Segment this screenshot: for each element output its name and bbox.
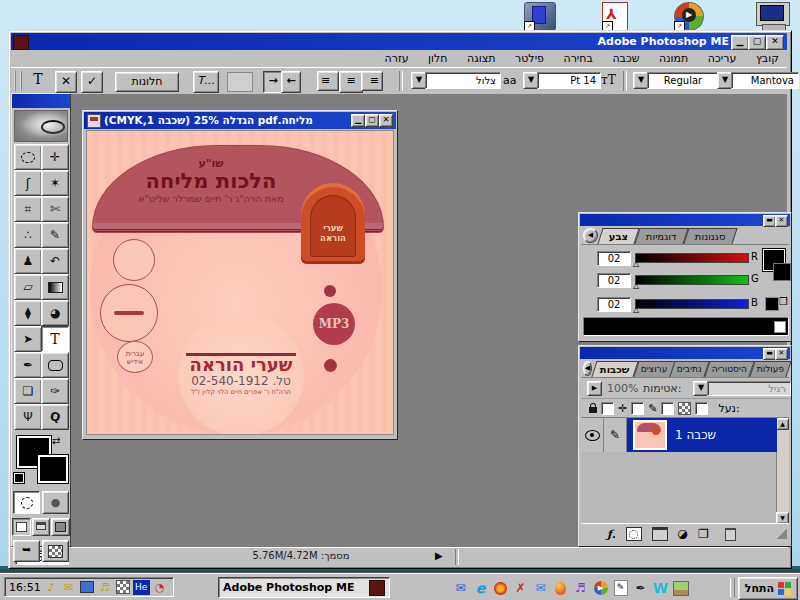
add-mask-button[interactable]: [626, 527, 642, 541]
eraser-tool[interactable]: ▱: [14, 274, 42, 300]
canvas-image[interactable]: שו"ע הלכות מליחה מאת הרה"ג ר' חיים שמרלר…: [87, 131, 393, 434]
eyedropper-tool[interactable]: ✑: [41, 378, 69, 404]
swap-colors-icon[interactable]: ⇄: [52, 435, 60, 446]
warp-text-button[interactable]: T…: [193, 71, 219, 93]
zoom-tool[interactable]: Q: [41, 404, 69, 430]
document-maximize-button[interactable]: ▢: [365, 114, 379, 127]
fullscreen-button[interactable]: [51, 518, 70, 536]
document-titlebar[interactable]: מליחה.pdf הגדלה 25% (שכבה 1,CMYK) ▁ ▢ ✕: [84, 112, 396, 129]
start-button[interactable]: התחל: [738, 577, 798, 600]
notes-tool[interactable]: ❏: [14, 378, 42, 404]
type-tool-active[interactable]: T: [41, 326, 69, 352]
standard-screen-button[interactable]: [12, 518, 31, 536]
color-palette-close[interactable]: ✕: [775, 215, 788, 227]
tab-styles[interactable]: סגנונות: [683, 228, 737, 244]
palettes-button[interactable]: חלונות: [115, 72, 179, 92]
lasso-tool[interactable]: ʃ: [14, 170, 42, 196]
app-titlebar[interactable]: Adobe Photoshop ME ▁ ▢ ✕: [11, 33, 787, 50]
sound-scheme-icon[interactable]: ♪: [43, 579, 59, 595]
text-direction-ltr-button[interactable]: ←: [281, 71, 301, 93]
align-right-button[interactable]: ≡: [361, 71, 383, 91]
type-tool-preset-icon[interactable]: T: [25, 71, 51, 91]
volume-icon[interactable]: ♬: [97, 579, 113, 595]
resize-grip[interactable]: [777, 529, 787, 539]
crop-tool[interactable]: ⌗: [14, 196, 42, 222]
pen-tool[interactable]: ✒: [14, 352, 42, 378]
desktop-icon-software-box[interactable]: ↗: [516, 2, 562, 29]
shape-tool[interactable]: [41, 352, 69, 378]
menu-layer[interactable]: שכבה: [604, 52, 647, 65]
tab-color[interactable]: צבע: [597, 228, 639, 244]
toolbox-titlebar[interactable]: [12, 94, 70, 108]
blend-mode-select[interactable]: רגיל: [707, 381, 791, 396]
r-slider-bar[interactable]: [635, 253, 749, 263]
desktop-icon-acrobat[interactable]: ⅄ ↗: [594, 2, 634, 29]
color-ramp[interactable]: [583, 317, 789, 336]
desktop-icon-media-player[interactable]: ▶ ↗: [668, 2, 712, 29]
menu-edit[interactable]: עריכה: [700, 52, 745, 65]
jump-to-button[interactable]: ➥: [13, 540, 40, 562]
status-popup-arrow[interactable]: ▶: [435, 550, 443, 561]
antialias-select[interactable]: צלול: [425, 72, 501, 89]
r-slider-handle[interactable]: △: [633, 259, 639, 268]
path-select-tool[interactable]: ➤: [14, 326, 42, 352]
commit-edits-button[interactable]: ✓: [81, 71, 103, 93]
word-icon[interactable]: W: [652, 579, 669, 597]
runner-icon[interactable]: ✗: [512, 579, 529, 597]
hand-tool[interactable]: Ψ: [14, 404, 42, 430]
desktop-icon-my-computer[interactable]: [750, 2, 794, 29]
layer-thumbnail[interactable]: [633, 420, 667, 450]
edit-indicator-cell[interactable]: ✎: [604, 418, 627, 452]
network-icon[interactable]: [115, 579, 131, 595]
scheduler-icon[interactable]: ◔: [152, 579, 168, 595]
outlook-express-icon[interactable]: ✉: [532, 579, 549, 597]
tab-swatches[interactable]: דוגמיות: [635, 228, 689, 244]
default-colors-icon[interactable]: [14, 473, 24, 483]
imageready-button[interactable]: [42, 540, 69, 562]
cancel-edits-button[interactable]: ✕: [55, 71, 77, 93]
close-button[interactable]: ✕: [766, 35, 784, 50]
quickmask-mode-button[interactable]: ●: [42, 491, 69, 514]
menu-file[interactable]: קובץ: [748, 52, 787, 65]
dodge-tool[interactable]: ◕: [41, 300, 69, 326]
taskbar-app-button[interactable]: Adobe Photoshop ME: [218, 577, 390, 598]
new-set-folder-button[interactable]: [652, 527, 668, 541]
background-color-swatch[interactable]: [38, 455, 68, 483]
lock-all-checkbox[interactable]: [601, 402, 614, 415]
tab-layers[interactable]: שכבות: [591, 361, 638, 377]
tab-paths[interactable]: נתיבים: [669, 361, 709, 377]
visibility-cell[interactable]: [581, 418, 604, 452]
g-slider-bar[interactable]: [635, 275, 749, 285]
standard-mode-button[interactable]: [13, 491, 40, 514]
adjustment-layer-button[interactable]: ◑: [674, 525, 691, 542]
blur-tool[interactable]: ⧫: [14, 300, 42, 326]
media-app-icon[interactable]: ♬: [572, 579, 589, 597]
warning-color-swatch[interactable]: [765, 297, 779, 311]
document-close-button[interactable]: ✕: [379, 114, 393, 127]
menu-filter[interactable]: פילטר: [507, 52, 552, 65]
layer-row-selected[interactable]: ✎ שכבה 1: [581, 418, 777, 452]
document-minimize-button[interactable]: ▁: [351, 114, 365, 127]
display-settings-icon[interactable]: [79, 579, 95, 595]
tab-channels[interactable]: ערוצים: [633, 361, 675, 377]
delete-layer-trash-button[interactable]: [725, 528, 736, 541]
layers-scrollbar[interactable]: ▲ ▼: [776, 418, 789, 524]
minimize-button[interactable]: ▁: [731, 35, 749, 50]
gradient-tool[interactable]: [41, 274, 69, 300]
palette-menu-button[interactable]: ◀: [583, 228, 598, 243]
clock[interactable]: 16:51: [9, 581, 41, 594]
cube-icon[interactable]: ❒: [779, 296, 788, 307]
text-direction-rtl-button[interactable]: →: [263, 71, 283, 93]
tab-actions[interactable]: פעולות: [749, 361, 791, 377]
r-value-field[interactable]: 02: [597, 251, 631, 266]
menu-help[interactable]: עזרה: [377, 52, 417, 65]
notepad-icon[interactable]: ✎: [612, 579, 629, 597]
layer-name[interactable]: שכבה 1: [675, 428, 716, 442]
slice-tool[interactable]: ✄: [41, 196, 69, 222]
menu-image[interactable]: תמונה: [651, 52, 696, 65]
fullscreen-menu-button[interactable]: [32, 518, 51, 536]
maximize-button[interactable]: ▢: [748, 35, 766, 50]
history-brush-tool[interactable]: ↶: [41, 248, 69, 274]
marquee-tool[interactable]: [14, 144, 42, 170]
opacity-value[interactable]: 100%: [607, 382, 638, 395]
